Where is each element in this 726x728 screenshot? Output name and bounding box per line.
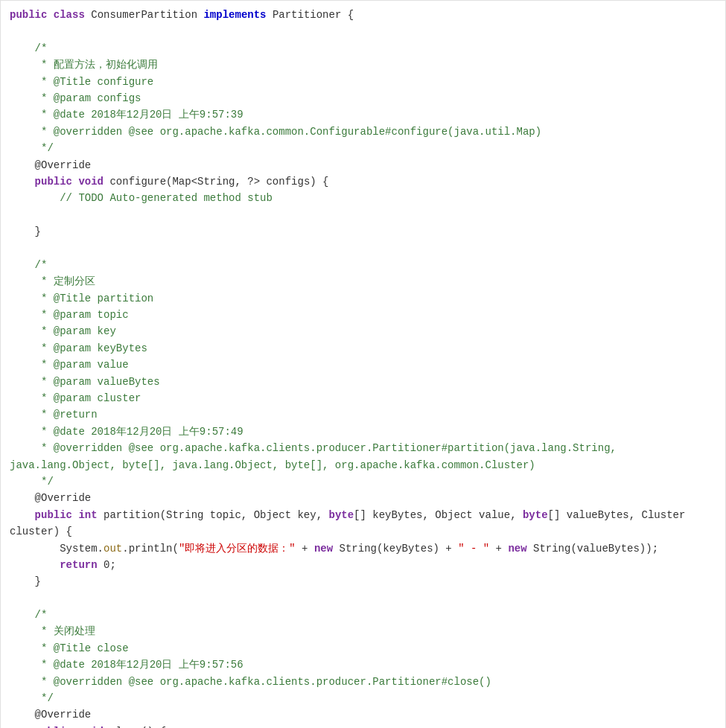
code-token: .println( xyxy=(122,543,179,555)
code-line: * @param keyBytes xyxy=(10,340,716,357)
code-line: * 配置方法，初始化调用 xyxy=(10,57,716,73)
code-line: * @overridden @see org.apache.kafka.comm… xyxy=(10,124,716,140)
code-token: Partitioner { xyxy=(266,9,354,21)
code-line: * @param value xyxy=(10,357,716,373)
code-line: * @return xyxy=(10,406,716,423)
code-token: /* xyxy=(10,42,47,54)
code-line: // TODO Auto-generated method stub xyxy=(10,190,716,206)
code-token: byte xyxy=(328,509,354,521)
code-token: cluster) { xyxy=(10,526,72,537)
code-token: return xyxy=(60,559,97,571)
code-token: + xyxy=(296,543,314,555)
code-token: * @param topic xyxy=(10,309,129,321)
code-token: @Override xyxy=(10,492,91,504)
code-token: public int xyxy=(35,509,98,521)
code-token: + xyxy=(489,543,508,555)
code-token: * @overridden @see org.apache.kafka.clie… xyxy=(10,676,491,688)
code-line: * @param topic xyxy=(10,307,716,323)
code-token: } xyxy=(10,575,41,587)
code-line: @Override xyxy=(10,157,716,173)
code-line: * @param key xyxy=(10,323,716,339)
code-line: } xyxy=(10,223,716,240)
code-token: * @param configs xyxy=(10,92,141,104)
code-token: byte xyxy=(523,509,548,521)
code-editor: public class ConsumerPartition implement… xyxy=(0,0,726,728)
code-token: " - " xyxy=(458,543,489,555)
code-line: */ xyxy=(10,473,716,490)
code-line: * @Title close xyxy=(10,640,716,657)
code-token: [] keyBytes, Object value, xyxy=(354,509,523,521)
code-line xyxy=(10,23,716,39)
code-line: * @date 2018年12月20日 上午9:57:56 xyxy=(10,657,716,673)
code-token: * 关闭处理 xyxy=(10,625,95,637)
code-line xyxy=(10,207,716,223)
code-line: cluster) { xyxy=(10,523,716,540)
code-line: * @param cluster xyxy=(10,390,716,406)
code-token: @Override xyxy=(10,159,91,171)
code-line: @Override xyxy=(10,490,716,506)
code-line: * @Title configure xyxy=(10,74,716,90)
code-token: * 配置方法，初始化调用 xyxy=(10,59,158,71)
code-token: // TODO Auto-generated method stub xyxy=(10,192,273,204)
code-token: "即将进入分区的数据：" xyxy=(179,543,296,555)
code-line: /* xyxy=(10,257,716,273)
code-line: * @date 2018年12月20日 上午9:57:39 xyxy=(10,106,716,123)
code-token xyxy=(10,509,35,521)
code-token xyxy=(10,559,60,571)
code-token: 0; xyxy=(98,559,116,571)
code-token: * @Title configure xyxy=(10,76,153,88)
code-token xyxy=(10,176,35,188)
code-line: */ xyxy=(10,140,716,156)
code-token: partition(String topic, Object key, xyxy=(98,509,329,521)
code-line: return 0; xyxy=(10,557,716,573)
code-token: public void xyxy=(35,176,104,188)
code-token: new xyxy=(314,543,333,555)
code-token: * @param valueBytes xyxy=(10,376,160,388)
code-line: * 定制分区 xyxy=(10,273,716,290)
code-line: /* xyxy=(10,40,716,57)
code-token: [] valueBytes, Cluster xyxy=(548,509,686,521)
code-line xyxy=(10,590,716,607)
code-token: * @date 2018年12月20日 上午9:57:49 xyxy=(10,426,243,438)
code-line: * @Title partition xyxy=(10,290,716,307)
code-token: * @date 2018年12月20日 上午9:57:39 xyxy=(10,109,243,121)
code-token: /* xyxy=(10,259,47,271)
code-token: String(keyBytes) + xyxy=(333,543,458,555)
code-line: * @date 2018年12月20日 上午9:57:49 xyxy=(10,424,716,440)
code-token: @Override xyxy=(10,709,91,721)
code-line: public int partition(String topic, Objec… xyxy=(10,507,716,523)
code-line: * @param valueBytes xyxy=(10,374,716,390)
code-token: * 定制分区 xyxy=(10,275,95,287)
code-line: java.lang.Object, byte[], java.lang.Obje… xyxy=(10,457,716,473)
code-token: String(valueBytes)); xyxy=(527,543,658,555)
code-line: * @param configs xyxy=(10,90,716,106)
code-token: * @date 2018年12月20日 上午9:57:56 xyxy=(10,659,243,671)
code-token: configure(Map<String, ?> configs) { xyxy=(104,176,328,188)
code-token: java.lang.Object, byte[], java.lang.Obje… xyxy=(10,459,535,471)
code-line: /* xyxy=(10,607,716,623)
code-token: * @param keyBytes xyxy=(10,342,147,354)
code-line: public class ConsumerPartition implement… xyxy=(10,7,716,23)
code-token: * @Title close xyxy=(10,642,129,654)
code-token: new xyxy=(508,543,526,555)
code-token: * @overridden @see org.apache.kafka.clie… xyxy=(10,442,617,454)
code-token: * @param value xyxy=(10,359,129,371)
code-line: * @overridden @see org.apache.kafka.clie… xyxy=(10,674,716,690)
code-token: out xyxy=(104,543,122,555)
code-token: */ xyxy=(10,692,54,704)
code-token: * @overridden @see org.apache.kafka.comm… xyxy=(10,126,541,138)
code-token: implements xyxy=(203,9,266,21)
code-line: * @overridden @see org.apache.kafka.clie… xyxy=(10,440,716,456)
code-line: public void configure(Map<String, ?> con… xyxy=(10,173,716,190)
code-token: * @return xyxy=(10,409,98,421)
code-line: * 关闭处理 xyxy=(10,623,716,639)
code-token: /* xyxy=(10,609,47,621)
code-line: */ xyxy=(10,690,716,706)
code-line: @Override xyxy=(10,706,716,723)
code-line: } xyxy=(10,573,716,590)
code-line xyxy=(10,240,716,256)
code-token: */ xyxy=(10,476,54,488)
code-token: */ xyxy=(10,142,54,154)
code-token: * @param key xyxy=(10,325,116,337)
code-line: System.out.println("即将进入分区的数据：" + new St… xyxy=(10,540,716,557)
